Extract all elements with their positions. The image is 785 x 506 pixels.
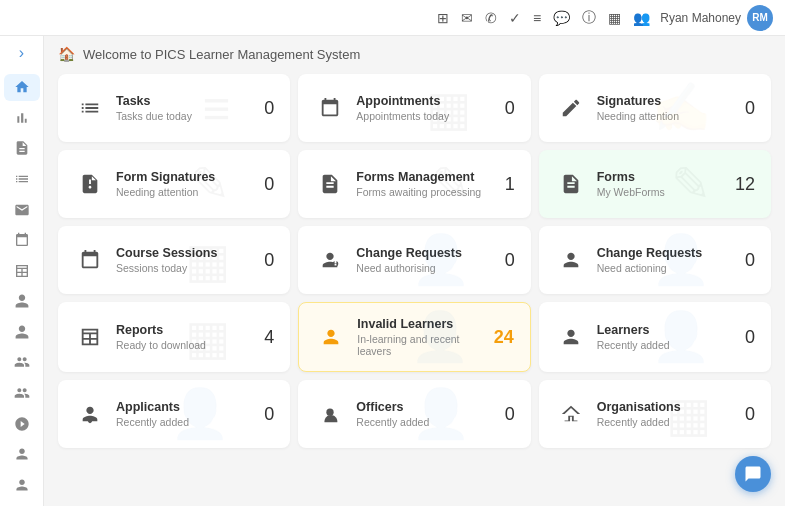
top-header: ⊞ ✉ ✆ ✓ ≡ 💬 ⓘ ▦ 👥 Ryan Mahoney RM xyxy=(0,0,785,36)
chat-button[interactable] xyxy=(735,456,771,492)
card-tasks[interactable]: ≡ Tasks Tasks due today 0 xyxy=(58,74,290,142)
card-reports-subtitle: Ready to download xyxy=(116,339,264,351)
sidebar-item-list[interactable] xyxy=(4,166,40,193)
sidebar-item-calendar[interactable] xyxy=(4,227,40,254)
card-change-requests-auth[interactable]: 👤 Change Requests Need authorising 0 xyxy=(298,226,530,294)
card-signatures-info: Signatures Needing attention xyxy=(597,94,745,122)
card-forms-management-subtitle: Forms awaiting processing xyxy=(356,186,504,198)
card-invalid-learners-count: 24 xyxy=(494,327,514,348)
list-icon[interactable]: ≡ xyxy=(533,10,541,26)
sidebar-item-person[interactable] xyxy=(4,288,40,315)
card-applicants-info: Applicants Recently added xyxy=(116,400,264,428)
sidebar-item-person3[interactable] xyxy=(4,441,40,468)
card-change-requests-action[interactable]: 👤 Change Requests Need actioning 0 xyxy=(539,226,771,294)
card-invalid-learners-title: Invalid Learners xyxy=(357,317,493,331)
sidebar-item-table[interactable] xyxy=(4,257,40,284)
page-title: Welcome to PICS Learner Management Syste… xyxy=(83,47,360,62)
card-signatures[interactable]: ✍ Signatures Needing attention 0 xyxy=(539,74,771,142)
card-appointments-info: Appointments Appointments today xyxy=(356,94,504,122)
card-forms-management-info: Forms Management Forms awaiting processi… xyxy=(356,170,504,198)
card-forms-count: 12 xyxy=(735,174,755,195)
forms-icon xyxy=(555,168,587,200)
card-invalid-learners-info: Invalid Learners In-learning and recent … xyxy=(357,317,493,357)
card-applicants-title: Applicants xyxy=(116,400,264,414)
card-appointments[interactable]: ▦ Appointments Appointments today 0 xyxy=(298,74,530,142)
card-reports-info: Reports Ready to download xyxy=(116,323,264,351)
card-forms[interactable]: ✎ Forms My WebForms 12 xyxy=(539,150,771,218)
form-signatures-icon xyxy=(74,168,106,200)
users-icon[interactable]: 👥 xyxy=(633,10,650,26)
card-officers-info: Officers Recently added xyxy=(356,400,504,428)
card-icon[interactable]: ▦ xyxy=(608,10,621,26)
change-action-icon xyxy=(555,244,587,276)
sidebar-item-settings[interactable] xyxy=(4,410,40,437)
card-tasks-title: Tasks xyxy=(116,94,264,108)
sidebar-item-documents[interactable] xyxy=(4,135,40,162)
chat-icon[interactable]: 💬 xyxy=(553,10,570,26)
card-form-signatures-title: Form Signatures xyxy=(116,170,264,184)
card-change-requests-action-count: 0 xyxy=(745,250,755,271)
card-appointments-count: 0 xyxy=(505,98,515,119)
signatures-icon xyxy=(555,92,587,124)
organisations-icon xyxy=(555,398,587,430)
sidebar-toggle[interactable]: › xyxy=(19,44,24,62)
sidebar-item-people[interactable] xyxy=(4,349,40,376)
card-learners[interactable]: 👤 Learners Recently added 0 xyxy=(539,302,771,372)
check-icon[interactable]: ✓ xyxy=(509,10,521,26)
card-forms-management[interactable]: ✎ Forms Management Forms awaiting proces… xyxy=(298,150,530,218)
sidebar-item-home[interactable] xyxy=(4,74,40,101)
header-icons: ⊞ ✉ ✆ ✓ ≡ 💬 ⓘ ▦ 👥 xyxy=(437,9,650,27)
phone-icon[interactable]: ✆ xyxy=(485,10,497,26)
svg-point-1 xyxy=(88,420,92,424)
card-form-signatures-subtitle: Needing attention xyxy=(116,186,264,198)
card-appointments-title: Appointments xyxy=(356,94,504,108)
card-course-sessions-count: 0 xyxy=(264,250,274,271)
card-organisations[interactable]: ▦ Organisations Recently added 0 xyxy=(539,380,771,448)
page-title-bar: 🏠 Welcome to PICS Learner Management Sys… xyxy=(58,46,771,62)
card-change-requests-auth-subtitle: Need authorising xyxy=(356,262,504,274)
card-form-signatures-count: 0 xyxy=(264,174,274,195)
reports-icon xyxy=(74,321,106,353)
sidebar-item-person4[interactable] xyxy=(4,472,40,499)
card-learners-info: Learners Recently added xyxy=(597,323,745,351)
card-signatures-count: 0 xyxy=(745,98,755,119)
sidebar-item-charts[interactable] xyxy=(4,105,40,132)
card-learners-subtitle: Recently added xyxy=(597,339,745,351)
card-change-requests-auth-title: Change Requests xyxy=(356,246,504,260)
invalid-learners-icon xyxy=(315,321,347,353)
card-reports[interactable]: ▦ Reports Ready to download 4 xyxy=(58,302,290,372)
card-applicants[interactable]: 👤 Applicants Recently added 0 xyxy=(58,380,290,448)
card-reports-title: Reports xyxy=(116,323,264,337)
card-learners-count: 0 xyxy=(745,327,755,348)
card-learners-title: Learners xyxy=(597,323,745,337)
card-course-sessions[interactable]: ▦ Course Sessions Sessions today 0 xyxy=(58,226,290,294)
card-change-requests-auth-count: 0 xyxy=(505,250,515,271)
card-form-signatures-info: Form Signatures Needing attention xyxy=(116,170,264,198)
card-organisations-info: Organisations Recently added xyxy=(597,400,745,428)
grid-icon[interactable]: ⊞ xyxy=(437,10,449,26)
card-applicants-subtitle: Recently added xyxy=(116,416,264,428)
card-change-requests-action-info: Change Requests Need actioning xyxy=(597,246,745,274)
sidebar-item-mail[interactable] xyxy=(4,196,40,223)
card-course-sessions-info: Course Sessions Sessions today xyxy=(116,246,264,274)
card-applicants-count: 0 xyxy=(264,404,274,425)
mail-icon[interactable]: ✉ xyxy=(461,10,473,26)
sidebar-item-people2[interactable] xyxy=(4,380,40,407)
sidebar-item-person2[interactable] xyxy=(4,319,40,346)
user-info[interactable]: Ryan Mahoney RM xyxy=(660,5,773,31)
main-layout: › xyxy=(0,36,785,506)
card-signatures-title: Signatures xyxy=(597,94,745,108)
card-forms-management-count: 1 xyxy=(505,174,515,195)
card-form-signatures[interactable]: ✎ Form Signatures Needing attention 0 xyxy=(58,150,290,218)
learners-icon xyxy=(555,321,587,353)
home-small-icon: 🏠 xyxy=(58,46,75,62)
forms-management-icon xyxy=(314,168,346,200)
content-area: 🏠 Welcome to PICS Learner Management Sys… xyxy=(44,36,785,506)
card-invalid-learners[interactable]: 👤 Invalid Learners In-learning and recen… xyxy=(298,302,530,372)
card-officers[interactable]: 👤 Officers Recently added 0 xyxy=(298,380,530,448)
info-icon[interactable]: ⓘ xyxy=(582,9,596,27)
tasks-icon xyxy=(74,92,106,124)
card-course-sessions-title: Course Sessions xyxy=(116,246,264,260)
card-officers-title: Officers xyxy=(356,400,504,414)
card-signatures-subtitle: Needing attention xyxy=(597,110,745,122)
